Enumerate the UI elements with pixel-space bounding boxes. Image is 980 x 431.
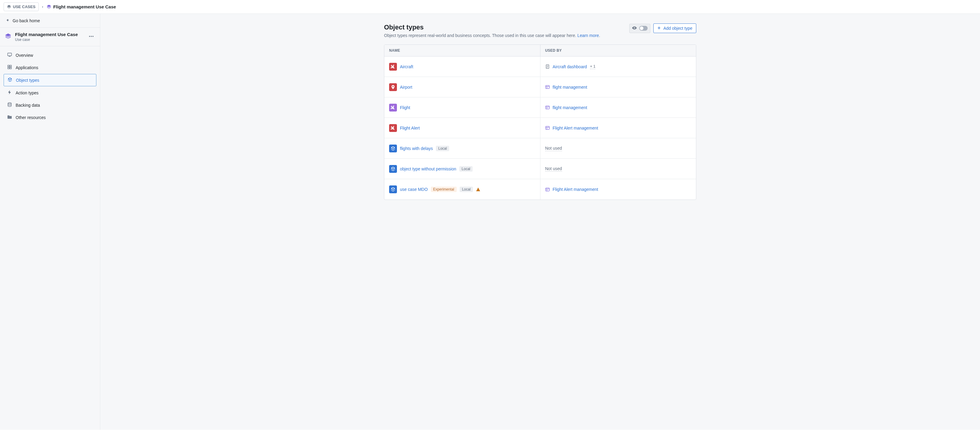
pin-icon — [389, 83, 397, 91]
layers-icon — [7, 5, 11, 9]
sidebar: Go back home Flight management Use Case … — [0, 14, 100, 430]
page-title: Object types — [384, 24, 600, 31]
plane-icon — [389, 63, 397, 71]
cube-icon — [389, 185, 397, 193]
sidebar-item-backing-data[interactable]: Backing data — [3, 99, 96, 111]
used-by-more[interactable]: + 1 — [590, 64, 595, 69]
used-by-link[interactable]: Flight Alert management — [553, 126, 598, 131]
sidebar-item-label: Overview — [16, 53, 33, 58]
used-by-link[interactable]: Flight Alert management — [553, 187, 598, 192]
chevron-right-icon — [41, 5, 44, 9]
breadcrumb: USE CASES Flight management Use Case — [0, 0, 980, 14]
page-subtitle: Object types represent real-world and bu… — [384, 33, 600, 38]
tag-local: Local — [436, 146, 449, 151]
sidebar-item-label: Applications — [16, 65, 38, 70]
database-icon — [7, 102, 12, 108]
sidebar-item-label: Object types — [16, 78, 39, 83]
used-by-link[interactable]: flight management — [553, 105, 587, 110]
object-type-link[interactable]: object type without permission — [400, 166, 457, 171]
doc-icon — [545, 64, 550, 69]
table-row: Flightflight management — [384, 97, 696, 118]
cell-used-by: Not used — [541, 159, 696, 179]
breadcrumb-root[interactable]: USE CASES — [3, 2, 39, 11]
column-header-used-by: USED BY — [541, 45, 696, 56]
warning-icon — [476, 187, 480, 192]
used-by-link[interactable]: flight management — [553, 85, 587, 89]
object-type-link[interactable]: Flight — [400, 105, 410, 110]
object-types-table: NAME USED BY AircraftAircraft dashboard+… — [384, 45, 696, 200]
sidebar-nav: Overview Applications Object types Actio… — [0, 46, 100, 126]
object-type-link[interactable]: Flight Alert — [400, 126, 420, 131]
table-row: AircraftAircraft dashboard+ 1 — [384, 56, 696, 77]
cell-name: Aircraft — [384, 56, 541, 77]
table-row: Flight AlertFlight Alert management — [384, 118, 696, 138]
not-used-label: Not used — [545, 146, 562, 151]
cube-icon — [389, 145, 397, 152]
sidebar-item-label: Backing data — [16, 103, 40, 108]
cell-name: use case MDOExperimentalLocal — [384, 179, 541, 200]
object-type-link[interactable]: Airport — [400, 85, 412, 89]
app-icon — [545, 105, 550, 110]
cell-used-by: Aircraft dashboard+ 1 — [541, 56, 696, 77]
more-menu-button[interactable] — [88, 32, 95, 41]
plane-icon — [389, 104, 397, 112]
add-button-label: Add object type — [663, 26, 692, 31]
tag-experimental: Experimental — [431, 187, 457, 192]
add-object-type-button[interactable]: Add object type — [653, 24, 696, 33]
plane-icon — [389, 124, 397, 132]
app-icon — [545, 187, 550, 192]
main-content: Object types Object types represent real… — [100, 14, 980, 430]
cell-name: Flight Alert — [384, 118, 541, 138]
object-type-link[interactable]: flights with delays — [400, 146, 433, 151]
sidebar-title: Flight management Use Case Use case — [0, 28, 100, 46]
table-row: object type without permissionLocalNot u… — [384, 159, 696, 179]
cube-icon — [389, 165, 397, 173]
cell-name: Airport — [384, 77, 541, 97]
folder-icon — [7, 115, 12, 120]
object-type-link[interactable]: use case MDO — [400, 187, 428, 192]
monitor-icon — [7, 52, 12, 58]
arrow-left-icon — [5, 18, 10, 23]
go-back-label: Go back home — [13, 18, 40, 23]
visibility-toggle[interactable] — [629, 24, 650, 33]
page-subtitle-text: Object types represent real-world and bu… — [384, 33, 578, 38]
sidebar-item-label: Other resources — [16, 115, 46, 120]
cell-name: flights with delaysLocal — [384, 138, 541, 158]
cell-name: Flight — [384, 97, 541, 118]
plus-icon — [657, 26, 661, 31]
layers-icon — [5, 33, 11, 41]
sidebar-item-object-types[interactable]: Object types — [3, 74, 96, 86]
app-icon — [545, 126, 550, 130]
cell-used-by: flight management — [541, 97, 696, 118]
cell-used-by: Flight Alert management — [541, 179, 696, 200]
eye-icon — [632, 26, 637, 31]
sidebar-item-other-resources[interactable]: Other resources — [3, 112, 96, 123]
bolt-icon — [7, 90, 12, 96]
layers-icon — [46, 5, 51, 9]
tag-local: Local — [460, 166, 473, 172]
go-back-home[interactable]: Go back home — [0, 14, 100, 28]
used-by-link[interactable]: Aircraft dashboard — [553, 64, 587, 69]
column-header-name: NAME — [384, 45, 541, 56]
breadcrumb-current: Flight management Use Case — [46, 4, 116, 9]
table-row: use case MDOExperimentalLocalFlight Aler… — [384, 179, 696, 200]
breadcrumb-root-label: USE CASES — [13, 5, 35, 9]
object-type-link[interactable]: Aircraft — [400, 64, 413, 69]
grid-icon — [7, 65, 12, 70]
cell-used-by: flight management — [541, 77, 696, 97]
toggle-track — [639, 26, 648, 31]
sidebar-title-main: Flight management Use Case — [15, 32, 84, 37]
breadcrumb-current-label: Flight management Use Case — [53, 4, 116, 9]
sidebar-item-label: Action types — [16, 91, 38, 95]
sidebar-item-overview[interactable]: Overview — [3, 49, 96, 61]
cell-used-by: Flight Alert management — [541, 118, 696, 138]
sidebar-item-applications[interactable]: Applications — [3, 62, 96, 73]
sidebar-item-action-types[interactable]: Action types — [3, 87, 96, 99]
app-icon — [545, 85, 550, 89]
not-used-label: Not used — [545, 166, 562, 172]
sidebar-title-sub: Use case — [15, 38, 84, 42]
learn-more-link[interactable]: Learn more — [578, 33, 599, 38]
cell-used-by: Not used — [541, 138, 696, 158]
table-row: flights with delaysLocalNot used — [384, 138, 696, 159]
cube-icon — [8, 77, 12, 83]
